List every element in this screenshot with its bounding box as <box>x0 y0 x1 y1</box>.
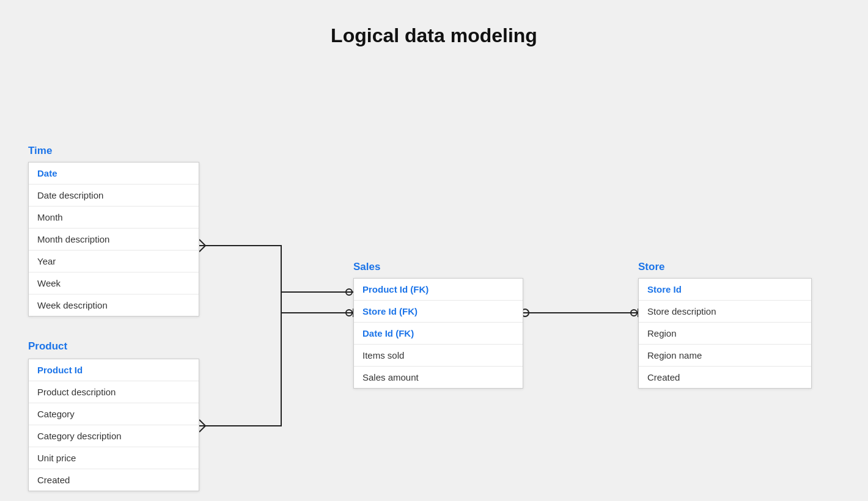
product-desc-field: Product description <box>29 381 199 403</box>
store-created-field: Created <box>639 367 811 388</box>
store-desc-field: Store description <box>639 301 811 323</box>
sales-amount-field: Sales amount <box>354 367 523 388</box>
product-entity-label: Product <box>28 340 67 353</box>
svg-point-4 <box>346 310 352 316</box>
time-date-desc-field: Date description <box>29 185 199 207</box>
product-unit-price-field: Unit price <box>29 447 199 469</box>
time-year-field: Year <box>29 250 199 272</box>
sales-entity: Product Id (FK) Store Id (FK) Date Id (F… <box>353 278 523 389</box>
time-month-desc-field: Month description <box>29 229 199 250</box>
store-region-field: Region <box>639 323 811 345</box>
svg-line-0 <box>199 240 205 246</box>
product-entity: Product Id Product description Category … <box>28 359 199 491</box>
sales-store-id-field: Store Id (FK) <box>354 301 523 323</box>
svg-point-8 <box>346 289 352 295</box>
time-entity-label: Time <box>28 145 52 157</box>
page-title: Logical data modeling <box>0 0 868 47</box>
store-entity: Store Id Store description Region Region… <box>638 278 812 389</box>
product-category-field: Category <box>29 403 199 425</box>
time-week-desc-field: Week description <box>29 294 199 316</box>
time-entity: Date Date description Month Month descri… <box>28 162 199 316</box>
time-month-field: Month <box>29 207 199 229</box>
store-entity-label: Store <box>638 261 664 273</box>
svg-line-5 <box>199 420 205 426</box>
time-date-field: Date <box>29 163 199 185</box>
store-id-field: Store Id <box>639 279 811 301</box>
sales-entity-label: Sales <box>353 261 380 273</box>
svg-line-6 <box>199 426 205 432</box>
product-created-field: Created <box>29 469 199 491</box>
sales-items-sold-field: Items sold <box>354 345 523 367</box>
svg-point-10 <box>631 310 637 316</box>
time-week-field: Week <box>29 272 199 294</box>
product-category-desc-field: Category description <box>29 425 199 447</box>
sales-product-id-field: Product Id (FK) <box>354 279 523 301</box>
product-id-field: Product Id <box>29 359 199 381</box>
store-region-name-field: Region name <box>639 345 811 367</box>
sales-date-id-field: Date Id (FK) <box>354 323 523 345</box>
svg-line-1 <box>199 246 205 252</box>
